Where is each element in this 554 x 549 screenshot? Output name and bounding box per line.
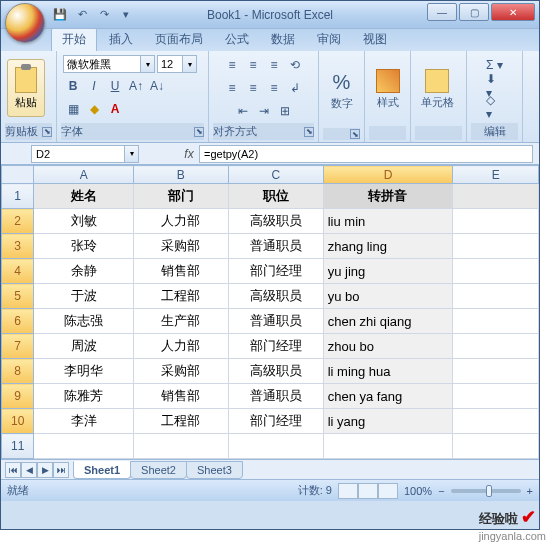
qat-dropdown-icon[interactable]: ▾ xyxy=(117,6,135,24)
cell[interactable]: 普通职员 xyxy=(228,309,323,334)
fill-color-button[interactable]: ◆ xyxy=(84,99,104,119)
cell[interactable] xyxy=(453,434,539,459)
cell[interactable]: 工程部 xyxy=(133,409,228,434)
redo-icon[interactable]: ↷ xyxy=(95,6,113,24)
cell[interactable] xyxy=(453,384,539,409)
row-header[interactable]: 9 xyxy=(2,384,34,409)
cell[interactable]: 高级职员 xyxy=(228,359,323,384)
cell[interactable]: 部门 xyxy=(133,184,228,209)
cell[interactable] xyxy=(323,434,453,459)
styles-button[interactable]: 样式 xyxy=(371,61,404,119)
align-center-button[interactable]: ≡ xyxy=(243,78,263,98)
zoom-thumb[interactable] xyxy=(486,485,492,497)
cell[interactable]: zhang ling xyxy=(323,234,453,259)
cell[interactable] xyxy=(453,334,539,359)
row-header[interactable]: 3 xyxy=(2,234,34,259)
cell[interactable]: chen zhi qiang xyxy=(323,309,453,334)
cell[interactable]: 转拼音 xyxy=(323,184,453,209)
cell[interactable]: yu bo xyxy=(323,284,453,309)
cell[interactable]: 高级职员 xyxy=(228,284,323,309)
underline-button[interactable]: U xyxy=(105,76,125,96)
cell[interactable]: 部门经理 xyxy=(228,409,323,434)
sheet-nav-first[interactable]: ⏮ xyxy=(5,462,21,478)
zoom-in-button[interactable]: + xyxy=(527,485,533,497)
cell[interactable]: 姓名 xyxy=(34,184,134,209)
row-header[interactable]: 5 xyxy=(2,284,34,309)
view-break-button[interactable] xyxy=(378,483,398,499)
row-header[interactable]: 11 xyxy=(2,434,34,459)
save-icon[interactable]: 💾 xyxy=(51,6,69,24)
cell[interactable]: 部门经理 xyxy=(228,259,323,284)
worksheet-area[interactable]: ABCDE 1姓名部门职位转拼音2刘敏人力部高级职员liu min3张玲采购部普… xyxy=(1,165,539,459)
cell[interactable] xyxy=(453,184,539,209)
cell[interactable]: yu jing xyxy=(323,259,453,284)
italic-button[interactable]: I xyxy=(84,76,104,96)
cell[interactable]: 李明华 xyxy=(34,359,134,384)
row-header[interactable]: 6 xyxy=(2,309,34,334)
number-launcher-icon[interactable]: ⬊ xyxy=(350,129,360,139)
tab-视图[interactable]: 视图 xyxy=(353,28,397,51)
cell[interactable]: 部门经理 xyxy=(228,334,323,359)
cell[interactable]: 高级职员 xyxy=(228,209,323,234)
wrap-text-button[interactable]: ↲ xyxy=(285,78,305,98)
sheet-nav-last[interactable]: ⏭ xyxy=(53,462,69,478)
font-size-input[interactable] xyxy=(157,55,183,73)
select-all-corner[interactable] xyxy=(2,166,34,184)
fx-icon[interactable]: fx xyxy=(179,147,199,161)
font-launcher-icon[interactable]: ⬊ xyxy=(194,127,204,137)
align-launcher-icon[interactable]: ⬊ xyxy=(304,127,314,137)
paste-button[interactable]: 粘贴 xyxy=(7,59,45,117)
bold-button[interactable]: B xyxy=(63,76,83,96)
row-header[interactable]: 2 xyxy=(2,209,34,234)
cell[interactable] xyxy=(453,409,539,434)
row-header[interactable]: 8 xyxy=(2,359,34,384)
col-header-C[interactable]: C xyxy=(228,166,323,184)
cell[interactable]: chen ya fang xyxy=(323,384,453,409)
cell[interactable]: zhou bo xyxy=(323,334,453,359)
cell[interactable]: li ming hua xyxy=(323,359,453,384)
cell[interactable]: 于波 xyxy=(34,284,134,309)
cell[interactable]: 人力部 xyxy=(133,334,228,359)
cell[interactable]: 销售部 xyxy=(133,384,228,409)
tab-公式[interactable]: 公式 xyxy=(215,28,259,51)
cell[interactable]: 余静 xyxy=(34,259,134,284)
cell[interactable]: 张玲 xyxy=(34,234,134,259)
cells-button[interactable]: 单元格 xyxy=(417,61,457,119)
col-header-B[interactable]: B xyxy=(133,166,228,184)
cell[interactable]: 采购部 xyxy=(133,234,228,259)
cell[interactable] xyxy=(453,284,539,309)
clear-button[interactable]: ◇ ▾ xyxy=(485,97,505,117)
view-layout-button[interactable] xyxy=(358,483,378,499)
cell[interactable] xyxy=(453,259,539,284)
col-header-D[interactable]: D xyxy=(323,166,453,184)
font-color-button[interactable]: A xyxy=(105,99,125,119)
align-bottom-button[interactable]: ≡ xyxy=(264,55,284,75)
cell[interactable] xyxy=(228,434,323,459)
col-header-E[interactable]: E xyxy=(453,166,539,184)
office-button[interactable] xyxy=(5,3,45,43)
align-right-button[interactable]: ≡ xyxy=(264,78,284,98)
spreadsheet-grid[interactable]: ABCDE 1姓名部门职位转拼音2刘敏人力部高级职员liu min3张玲采购部普… xyxy=(1,165,539,459)
cell[interactable] xyxy=(34,434,134,459)
tab-页面布局[interactable]: 页面布局 xyxy=(145,28,213,51)
font-grow-button[interactable]: A↑ xyxy=(126,76,146,96)
cell[interactable]: 普通职员 xyxy=(228,384,323,409)
border-button[interactable]: ▦ xyxy=(63,99,83,119)
cell[interactable]: li yang xyxy=(323,409,453,434)
cell[interactable]: 普通职员 xyxy=(228,234,323,259)
clipboard-launcher-icon[interactable]: ⬊ xyxy=(42,127,52,137)
cell[interactable] xyxy=(133,434,228,459)
cell[interactable] xyxy=(453,359,539,384)
font-size-combo[interactable]: ▾ xyxy=(157,55,197,73)
cell[interactable]: 生产部 xyxy=(133,309,228,334)
cell[interactable]: 刘敏 xyxy=(34,209,134,234)
indent-inc-button[interactable]: ⇥ xyxy=(254,101,274,121)
sheet-tab-Sheet3[interactable]: Sheet3 xyxy=(186,461,243,479)
col-header-A[interactable]: A xyxy=(34,166,134,184)
cell[interactable]: 人力部 xyxy=(133,209,228,234)
align-left-button[interactable]: ≡ xyxy=(222,78,242,98)
minimize-button[interactable]: ― xyxy=(427,3,457,21)
font-shrink-button[interactable]: A↓ xyxy=(147,76,167,96)
tab-开始[interactable]: 开始 xyxy=(51,27,97,51)
undo-icon[interactable]: ↶ xyxy=(73,6,91,24)
